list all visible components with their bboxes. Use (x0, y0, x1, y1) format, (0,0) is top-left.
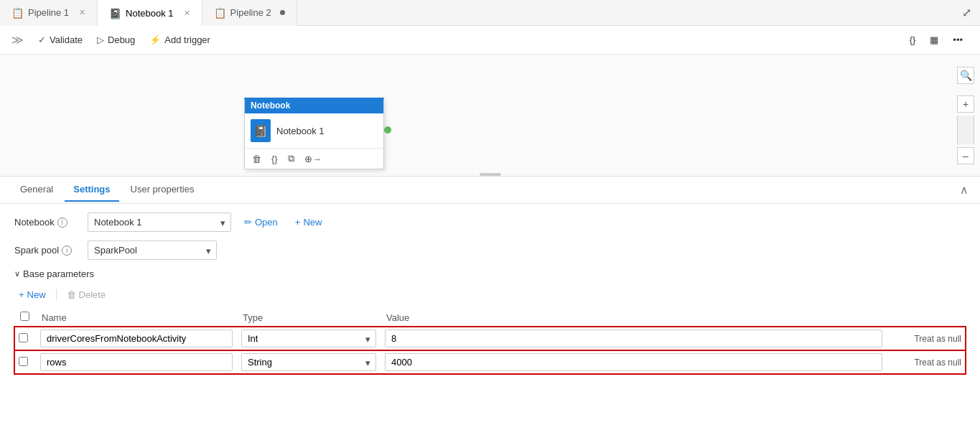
tab-user-properties[interactable]: User properties (122, 178, 203, 202)
tab-close-icon[interactable]: ✕ (79, 8, 85, 17)
more-button[interactable]: ••• (947, 32, 969, 48)
tab-label: Pipeline 1 (28, 7, 69, 18)
param-name-input[interactable] (40, 353, 233, 371)
notebook-card-icon: 📓 (251, 119, 271, 142)
select-all-checkbox[interactable] (20, 312, 29, 321)
notebook-activity-card[interactable]: Notebook 📓 Notebook 1 🗑 {} ⧉ ⊕→ (244, 98, 384, 169)
resize-handle[interactable]: — (480, 173, 501, 176)
notebook-info-icon[interactable]: i (57, 218, 67, 228)
base-params-section-label[interactable]: ∨ Base parameters (14, 268, 966, 279)
debug-label: Debug (108, 34, 135, 45)
type-col-header: Type (237, 309, 381, 327)
zoom-in-button[interactable]: + (957, 95, 974, 113)
pipeline-icon: 📋 (214, 7, 226, 19)
validate-label: Validate (50, 34, 83, 45)
card-footer: 🗑 {} ⧉ ⊕→ (245, 148, 383, 169)
connection-dot (384, 126, 391, 134)
toolbar-right: {} ▦ ••• (904, 32, 969, 48)
checkmark-icon: ✓ (38, 34, 46, 45)
params-toolbar: + New 🗑 Delete (14, 286, 966, 303)
sparkpool-select[interactable]: SparkPool (88, 240, 217, 260)
debug-button[interactable]: ▷ Debug (91, 32, 141, 48)
notebook-field-label: Notebook i (14, 217, 79, 228)
tab-bar-actions: ⤢ (959, 4, 980, 21)
params-table-container: Name Type Value IntStringBoolFloatArrayO… (14, 309, 966, 374)
open-icon: ✏ (244, 217, 252, 228)
sparkpool-field-row: Spark pool i SparkPool (14, 240, 966, 260)
search-canvas-button[interactable]: 🔍 (957, 67, 974, 84)
add-trigger-button[interactable]: ⚡ Add trigger (144, 32, 216, 48)
play-icon: ▷ (97, 34, 104, 45)
card-copy-button[interactable]: ⧉ (286, 151, 296, 166)
tab-close-icon[interactable]: ✕ (184, 9, 190, 18)
treat-as-null-label: Treat as null (914, 334, 961, 344)
open-notebook-button[interactable]: ✏ Open (240, 214, 282, 230)
canvas: Notebook 📓 Notebook 1 🗑 {} ⧉ ⊕→ 🔍 + – — (0, 55, 980, 177)
lightning-icon: ⚡ (149, 34, 161, 45)
tab-pipeline2[interactable]: 📋 Pipeline 2 (202, 0, 297, 26)
table-row: IntStringBoolFloatArrayObjectTreat as nu… (14, 327, 966, 351)
card-code-button[interactable]: {} (270, 152, 279, 166)
add-trigger-label: Add trigger (164, 34, 210, 45)
new-label: New (303, 217, 322, 228)
settings-content: Notebook i Notebook 1 ✏ Open + New Spark… (0, 204, 980, 383)
sparkpool-field-label: Spark pool i (14, 245, 79, 256)
sparkpool-select-wrapper: SparkPool (88, 240, 217, 260)
param-type-select[interactable]: IntStringBoolFloatArrayObject (241, 330, 376, 347)
open-label: Open (255, 217, 278, 228)
check-col-header (14, 309, 36, 327)
tab-pipeline1[interactable]: 📋 Pipeline 1 ✕ (0, 0, 98, 26)
table-button[interactable]: ▦ (924, 32, 944, 48)
param-type-select[interactable]: IntStringBoolFloatArrayObject (241, 353, 376, 371)
card-header-text: Notebook (251, 101, 290, 111)
card-body: 📓 Notebook 1 (245, 113, 383, 148)
param-value-input[interactable] (385, 353, 882, 371)
name-col-header: Name (36, 309, 237, 327)
expand-button[interactable]: ⤢ (959, 4, 974, 21)
code-button[interactable]: {} (904, 32, 922, 48)
row-checkbox[interactable] (19, 357, 28, 366)
new-notebook-button[interactable]: + New (291, 214, 327, 230)
card-delete-button[interactable]: 🗑 (251, 152, 263, 166)
tab-general[interactable]: General (11, 178, 62, 202)
delete-param-button[interactable]: 🗑 Delete (62, 286, 111, 303)
sparkpool-info-icon[interactable]: i (62, 246, 72, 256)
row-checkbox[interactable] (19, 333, 28, 342)
treat-as-null-label: Treat as null (914, 358, 961, 368)
notebook-field-row: Notebook i Notebook 1 ✏ Open + New (14, 212, 966, 232)
notebook-select[interactable]: Notebook 1 (88, 212, 231, 232)
new-param-button[interactable]: + New (14, 286, 50, 303)
delete-param-label: Delete (79, 289, 106, 300)
chevron-down-icon: ∨ (14, 269, 20, 279)
card-name: Notebook 1 (276, 126, 325, 136)
canvas-controls: 🔍 + – (957, 67, 974, 164)
tab-label: Pipeline 2 (230, 7, 271, 18)
tab-settings[interactable]: Settings (65, 178, 118, 202)
plus-icon: + (295, 217, 301, 228)
card-link-button[interactable]: ⊕→ (303, 152, 323, 166)
section-tabs: General Settings User properties ∧ (0, 177, 980, 204)
param-value-input[interactable] (385, 330, 882, 347)
toolbar: ≫ ✓ Validate ▷ Debug ⚡ Add trigger {} ▦ … (0, 26, 980, 55)
notebook-icon: 📓 (109, 8, 121, 19)
collapse-panel-button[interactable]: ∧ (960, 183, 969, 197)
tab-notebook1[interactable]: 📓 Notebook 1 ✕ (98, 0, 202, 26)
card-header: Notebook (245, 98, 383, 113)
new-param-label: New (27, 289, 46, 300)
toolbar-divider (56, 289, 57, 301)
value-col-header: Value (381, 309, 887, 327)
validate-button[interactable]: ✓ Validate (32, 32, 88, 48)
properties-panel: General Settings User properties ∧ Noteb… (0, 177, 980, 383)
table-row: IntStringBoolFloatArrayObjectTreat as nu… (14, 350, 966, 374)
unsaved-dot (280, 10, 285, 15)
delete-icon: 🗑 (67, 289, 76, 300)
tab-bar: 📋 Pipeline 1 ✕ 📓 Notebook 1 ✕ 📋 Pipeline… (0, 0, 980, 26)
params-table: Name Type Value IntStringBoolFloatArrayO… (14, 309, 966, 374)
plus-icon: + (19, 289, 24, 300)
pipeline-icon: 📋 (11, 7, 24, 19)
zoom-out-button[interactable]: – (957, 147, 974, 164)
zoom-slider[interactable] (957, 116, 974, 144)
tab-label: Notebook 1 (126, 8, 174, 19)
param-name-input[interactable] (40, 330, 233, 347)
side-nav-toggle[interactable]: ≫ (11, 33, 24, 47)
